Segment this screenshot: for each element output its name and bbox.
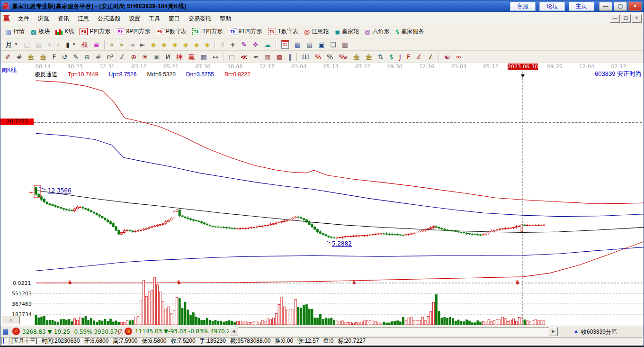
nav-last-button[interactable]: » — [116, 39, 126, 50]
menu-交易委托[interactable]: 交易委托 — [184, 13, 215, 24]
gold-section2-tool[interactable]: 金 — [37, 51, 49, 63]
p-square-button[interactable]: PSP四方形 — [77, 26, 113, 37]
zoom-in-diamond-button[interactable]: ◈ — [159, 39, 170, 50]
expand-v-diamond-button[interactable]: ◈ — [191, 39, 202, 50]
permille-tool[interactable]: ‰ — [336, 51, 350, 63]
pencil-red-tool[interactable]: ✐ — [2, 51, 14, 63]
menu-公式选股[interactable]: 公式选股 — [93, 13, 125, 24]
menu-文件[interactable]: 文件 — [14, 13, 34, 24]
p-number-table-button[interactable]: PNP数字表 — [153, 26, 189, 37]
forum-button[interactable]: 论坛 — [539, 2, 565, 11]
9t-square-button[interactable]: T99T四方形 — [226, 26, 265, 37]
box-select-tool[interactable]: ▢ — [226, 51, 238, 63]
taiji-tool[interactable]: ☯ — [441, 51, 453, 63]
wave-n-tool[interactable]: И — [162, 51, 173, 63]
pan-hand-tool[interactable]: ☝ — [217, 39, 227, 50]
angle-mirror-tool[interactable]: ∠ — [116, 51, 128, 63]
parallel-lines-tool[interactable]: ∥ — [286, 51, 295, 63]
menu-浏览[interactable]: 浏览 — [34, 13, 54, 24]
scroll-left-button[interactable]: ◄ — [229, 327, 238, 336]
bar-count-tool[interactable]: Ш — [299, 51, 312, 63]
spiral-tool[interactable]: ↺ — [59, 51, 71, 63]
nav-first-button[interactable]: « — [107, 39, 117, 50]
hash-grid2-tool[interactable]: # — [93, 51, 104, 63]
nav-next-button[interactable]: ► — [137, 39, 148, 50]
9p-square-button[interactable]: P99P四方形 — [114, 26, 153, 37]
hexagon-button[interactable]: ◎六角形 — [362, 26, 392, 37]
red-grid-tool[interactable]: ▦ — [261, 51, 273, 63]
scroll-right-button[interactable]: ► — [549, 327, 558, 336]
f-ratio-tool[interactable]: F — [49, 51, 59, 63]
gann-wheel-button[interactable]: ◎江恩轮 — [301, 26, 331, 37]
winner-wheel-button[interactable]: ◉赢家轮 — [331, 26, 362, 37]
compress-v-diamond-button[interactable]: ◈ — [202, 39, 213, 50]
time-circle-tool[interactable]: ⊕ — [81, 51, 93, 63]
child-restore-button[interactable]: ▢ — [621, 14, 631, 23]
winner-service-button[interactable]: $赢家服务 — [393, 26, 427, 37]
child-minimize-button[interactable]: — — [610, 14, 620, 23]
gold-line-tool[interactable]: 金 — [363, 51, 375, 63]
infinity-tool[interactable]: ∞ — [453, 51, 465, 63]
stat3-tool[interactable]: ılı — [45, 39, 54, 50]
percent-tool[interactable]: % — [324, 51, 336, 63]
grid-target-tool[interactable]: ▣ — [151, 51, 162, 63]
child-close-button[interactable]: × — [632, 14, 642, 23]
expand-h-diamond-button[interactable]: ◈ — [170, 39, 180, 50]
stat9-tool[interactable]: ılı — [54, 39, 63, 50]
tick-view-label[interactable]: 收603839分笔 — [581, 328, 617, 336]
angle-f-tool[interactable]: F — [404, 51, 413, 63]
menu-江恩[interactable]: 江恩 — [73, 13, 93, 24]
candle-style-selector[interactable]: ▮▼ — [63, 39, 79, 50]
homepage-button[interactable]: 主页 — [569, 2, 594, 11]
menu-资讯[interactable]: 资讯 — [54, 13, 73, 24]
exrights-button[interactable]: 权 — [79, 39, 91, 50]
period-selector[interactable]: 月▼ — [2, 39, 21, 50]
service-button[interactable]: 客服 — [510, 2, 536, 11]
fan-red-tool[interactable]: ≪ — [238, 51, 250, 63]
scrollbar-track[interactable] — [238, 327, 549, 336]
close-button[interactable]: × — [628, 2, 642, 11]
volume-profile-button[interactable]: ≣ — [91, 39, 102, 50]
menu-工具[interactable]: 工具 — [144, 13, 164, 24]
h-extend-tool[interactable]: ↔ — [210, 51, 221, 63]
region-snapshot-tool[interactable]: ▢ — [21, 39, 33, 50]
gann-target-tool[interactable]: ⊕ — [128, 51, 140, 63]
pattern-tool[interactable]: ❖ — [250, 39, 261, 50]
star-burst-tool[interactable]: ✳ — [139, 51, 151, 63]
angle-ge-tool[interactable]: ∠ — [425, 51, 437, 63]
compress-h-diamond-button[interactable]: ◈ — [180, 39, 191, 50]
sectors-button[interactable]: ▩板块 — [27, 26, 53, 37]
percent-red-tool[interactable]: % — [312, 51, 324, 63]
kline-button[interactable]: K线 — [53, 26, 77, 37]
pencil-tool[interactable]: ✎ — [70, 51, 81, 63]
shen-tool[interactable]: 神 — [173, 51, 186, 63]
zoom-out-diamond-button[interactable]: ◈ — [148, 39, 159, 50]
gold-section-tool[interactable]: 金 — [25, 51, 37, 63]
cloud-tool[interactable]: ☁ — [261, 39, 274, 50]
expand-volume-pane-button[interactable]: △ — [2, 316, 20, 324]
kline-chart-canvas[interactable]: 5512033674691837340.0221$$$$+12.35665.28… — [0, 63, 644, 326]
crosshair-tool[interactable]: + — [227, 39, 239, 50]
angle-le-tool[interactable]: ∠ — [413, 51, 425, 63]
t-number-table-button[interactable]: TNT数字表 — [265, 26, 301, 37]
angle-j-tool[interactable]: J — [396, 51, 404, 63]
menu-帮助[interactable]: 帮助 — [215, 13, 235, 24]
ying-tool[interactable]: 赢 — [186, 51, 198, 63]
print-button[interactable]: ▥ — [339, 39, 351, 50]
minimize-button[interactable]: — — [599, 2, 612, 11]
menu-窗口[interactable]: 窗口 — [164, 13, 184, 24]
calendar-button[interactable]: 21 — [278, 39, 292, 50]
updown-arrows-tool[interactable]: ⇅ — [375, 51, 386, 63]
hash-grid-tool[interactable]: # — [14, 51, 25, 63]
menu-设置[interactable]: 设置 — [125, 13, 144, 24]
export-button[interactable]: ❏ — [327, 39, 339, 50]
n-square-tool[interactable]: n² — [104, 51, 116, 63]
zigzag-tool[interactable]: ≈ — [250, 51, 262, 63]
price-grid-tool[interactable]: ▦ — [198, 51, 210, 63]
nav-prev-button[interactable]: ◄ — [126, 39, 137, 50]
t-square-button[interactable]: TST四方形 — [189, 26, 225, 37]
money-trend-tool[interactable]: $ — [386, 51, 396, 63]
save-button[interactable]: ▣ — [315, 39, 327, 50]
annotate-tool[interactable]: ✎ — [238, 39, 250, 50]
notepad-button[interactable]: ▤ — [304, 39, 315, 50]
